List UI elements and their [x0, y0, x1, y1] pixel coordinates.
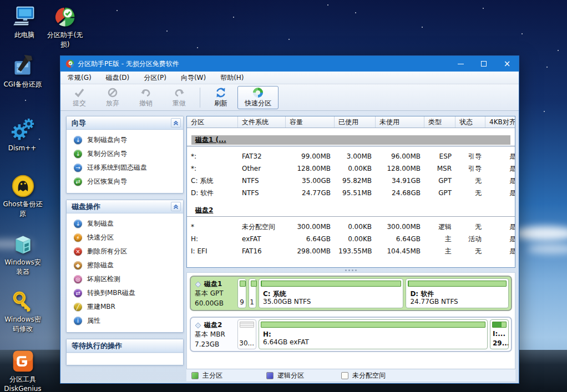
minimize-icon	[458, 64, 464, 64]
star	[25, 100, 26, 101]
sidebar-item-delete-all-partitions[interactable]: ×删除所有分区	[67, 245, 183, 258]
partition-row[interactable]: *:Other128.00MB0.00KB128.00MBMSR引导是	[187, 162, 515, 175]
legend-label: 未分配空间	[352, 371, 386, 380]
desktop-icon-windows-password[interactable]: Windows密码修改	[1, 289, 44, 334]
toolbar-button-undo[interactable]: 撤销	[129, 86, 163, 109]
star	[422, 27, 423, 28]
desktop-icon-label: Windows密	[1, 315, 44, 324]
maximize-button[interactable]	[472, 56, 495, 72]
cell-4KB对齐: 是	[485, 235, 515, 244]
titlebar[interactable]: 分区助手PE版 - 无损分区免费软件 ×	[60, 56, 519, 72]
sidebar-item-bad-sector-test[interactable]: ◎坏扇区检测	[67, 272, 183, 286]
sidebar-item-rebuild-mbr[interactable]: ╱重建MBR	[67, 300, 183, 314]
menu-item-4[interactable]: 帮助(H)	[213, 72, 251, 84]
close-button[interactable]: ×	[495, 56, 519, 72]
cell-未使用: 34.91GB	[376, 177, 424, 185]
desktop-icon-cgi-backup[interactable]: CGI备份还原	[1, 54, 44, 89]
usage-strip	[251, 281, 257, 287]
cell-分区: I: EFI	[187, 247, 238, 255]
column-header-0[interactable]: 分区	[187, 116, 238, 128]
cell-状态: 无	[455, 176, 485, 186]
column-header-7[interactable]: 4KB对齐	[485, 116, 515, 128]
column-header-3[interactable]: 已使用	[335, 116, 376, 128]
partition-block[interactable]: 1	[249, 278, 256, 308]
desktop-icon-diskgenius[interactable]: 分区工具DiskGenius	[1, 349, 44, 392]
disk-group-header[interactable]: 磁盘2	[195, 206, 515, 215]
desktop-icon-this-pc[interactable]: 此电脑	[3, 4, 46, 40]
splitter-handle[interactable]	[186, 268, 515, 272]
partition-block[interactable]: 9	[237, 278, 246, 308]
desktop-icon-windows-installer[interactable]: Windows安装器	[1, 232, 44, 277]
toolbar-button-discard[interactable]: 放弃	[96, 86, 129, 109]
toolbar-button-commit[interactable]: 提交	[63, 86, 96, 109]
partition-block[interactable]: D: 软件24.77GB NTFS	[406, 278, 509, 308]
partition-block[interactable]: H:6.64GB exFAT	[259, 319, 488, 349]
cell-容量: 99.00MB	[286, 152, 335, 160]
star	[327, 4, 328, 6]
partition-row[interactable]: D: 软件NTFS24.77GB95.51MB24.68GBGPT无是	[187, 187, 515, 199]
unallocated-swatch-icon	[341, 372, 348, 379]
sidebar-item-label: 坏扇区检测	[87, 274, 120, 284]
sidebar-item-wipe-disk[interactable]: ◆擦除磁盘	[67, 258, 183, 272]
partition-short-label: 1	[249, 298, 256, 308]
toolbar-button-label: 重做	[173, 99, 186, 108]
sidebar-item-copy-partition-wizard[interactable]: ↓复制分区向导	[67, 147, 183, 161]
column-header-4[interactable]: 未使用	[376, 116, 424, 128]
partition-short-label: 30...	[238, 339, 256, 349]
toolbar-button-redo[interactable]: 重做	[163, 86, 196, 109]
partition-block[interactable]: C: 系统35.00GB NTFS	[259, 278, 403, 308]
sidebar-item-quick-partition-side[interactable]: ⚡快速分区	[67, 231, 183, 245]
partition-row[interactable]: I: EFIFAT16298.00MB193.55MB104.45MB主无是	[187, 245, 515, 257]
toolbar-button-refresh[interactable]: 刷新	[204, 86, 237, 109]
sidebar-item-label: 重建MBR	[87, 302, 115, 312]
disk-name: 磁盘2	[204, 320, 222, 330]
disk-group-header-selected[interactable]: 磁盘1 (...	[191, 135, 510, 145]
toolbar-button-label: 提交	[73, 99, 86, 108]
minimize-button[interactable]	[449, 56, 472, 72]
dism-icon	[10, 118, 35, 142]
disk-map-1[interactable]: 磁盘1基本 GPT60.00GB91C: 系统35.00GB NTFSD: 软件…	[190, 276, 512, 311]
cell-类型: ESP	[424, 152, 455, 160]
menu-item-2[interactable]: 分区(P)	[136, 72, 174, 84]
partition-row[interactable]: *:FAT3299.00MB3.00MB96.00MBESP引导是	[187, 150, 515, 162]
column-header-2[interactable]: 容量	[286, 116, 335, 128]
sidebar-item-migrate-os-to-ssd[interactable]: →迁移系统到固态磁盘	[67, 161, 183, 175]
star	[522, 33, 523, 34]
cell-未使用: 128.00MB	[376, 165, 424, 172]
partition-block[interactable]: I:...29...	[490, 319, 509, 349]
panel-header[interactable]: 等待执行的操作	[67, 339, 183, 353]
collapse-chevron-icon[interactable]	[171, 118, 181, 128]
partition-row[interactable]: C: 系统NTFS35.00GB95.82MB34.91GBGPT无是	[187, 175, 515, 187]
panel-header[interactable]: 磁盘操作	[67, 200, 183, 213]
column-header-1[interactable]: 文件系统	[238, 116, 286, 128]
menu-item-1[interactable]: 磁盘(D)	[99, 72, 137, 84]
commit-icon	[73, 86, 85, 99]
desktop-icon-dism[interactable]: Dism++	[1, 118, 44, 153]
disk-map-2[interactable]: 磁盘2基本 MBR7.23GB30...H:6.64GB exFATI:...2…	[190, 317, 512, 352]
partition-assistant-window: 分区助手PE版 - 无损分区免费软件 × 常规(G)磁盘(D)分区(P)向导(W…	[60, 55, 519, 384]
panel-header[interactable]: 向导	[67, 116, 183, 130]
disk-type: 基本 MBR	[195, 330, 234, 339]
column-header-5[interactable]: 类型	[424, 116, 455, 128]
usage-strip	[261, 322, 485, 328]
sidebar-item-convert-to-mbr[interactable]: ⇄转换到MBR磁盘	[67, 286, 183, 300]
menu-item-3[interactable]: 向导(W)	[174, 72, 213, 84]
toolbar-button-quick-partition[interactable]: 快速分区	[237, 86, 279, 109]
partition-row[interactable]: *未分配空间300.00MB0.00KB300.00MB逻辑无是	[187, 221, 515, 233]
partition-short-label: 9	[238, 298, 246, 308]
sidebar-item-partition-recovery-wizard[interactable]: ⇄分区恢复向导	[67, 175, 183, 189]
legend-bar: 主分区逻辑分区未分配空间	[186, 369, 515, 382]
desktop-icon-partition-assistant[interactable]: 分区助手(无损)	[43, 4, 87, 50]
collapse-chevron-icon[interactable]	[171, 202, 181, 211]
column-header-6[interactable]: 状态	[455, 116, 485, 128]
desktop-icon-ghost-backup[interactable]: Ghost备份还原	[1, 174, 44, 219]
cell-分区: *:	[187, 152, 238, 160]
diskgenius-icon	[11, 349, 36, 374]
unallocated-block[interactable]: 30...	[237, 319, 256, 349]
menu-item-0[interactable]: 常规(G)	[60, 72, 99, 84]
partition-row[interactable]: H:exFAT6.64GB0.00KB6.64GB主活动是	[187, 233, 515, 245]
sidebar-item-copy-disk-wizard[interactable]: ↓复制磁盘向导	[67, 133, 183, 147]
cell-已使用: 95.82MB	[335, 177, 376, 185]
sidebar-item-properties[interactable]: i属性	[67, 314, 183, 328]
sidebar-item-copy-disk[interactable]: ↓复制磁盘	[67, 217, 183, 231]
